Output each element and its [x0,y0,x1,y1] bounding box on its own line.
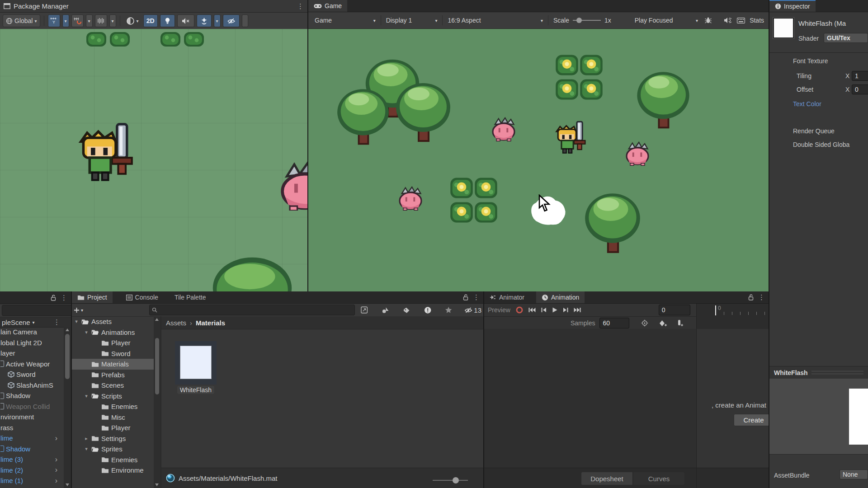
window-menu-icon[interactable]: ⋮ [297,2,304,10]
scrollbar-thumb[interactable] [155,338,159,394]
project-menu-icon[interactable]: ⋮ [473,293,480,301]
folder-tree-scrollbar[interactable] [154,316,160,488]
scroll-up-arrow[interactable] [66,328,69,331]
asset-item[interactable]: WhiteFlash [175,341,217,419]
tab-console[interactable]: Console [121,291,164,303]
game-audio-button[interactable] [721,14,734,26]
hierarchy-item[interactable]: Active Weapor [0,359,64,370]
folder-caret-icon[interactable]: ▾ [84,329,89,335]
dopesheet-tab-button[interactable]: Dopesheet [581,472,633,485]
global-pivot-dropdown[interactable]: Global ▾ [3,14,40,27]
asset-label[interactable]: WhiteFlash [172,386,219,394]
hierarchy-item[interactable]: lime› [0,433,64,444]
effects-caret[interactable]: ▾ [214,14,221,27]
folder-row[interactable]: ▸Settings [72,433,154,444]
display-select-dropdown[interactable]: Display 1 ▾ [382,14,441,26]
folder-row[interactable]: Scenes [72,380,154,391]
first-frame-button[interactable] [528,307,536,313]
scale-slider-thumb[interactable] [576,18,582,23]
expand-chevron-icon[interactable]: › [55,466,57,474]
hierarchy-item[interactable]: layer [0,348,64,359]
grid-magnet-caret[interactable]: ▾ [86,14,93,27]
scroll-down-arrow[interactable] [66,483,69,486]
folder-row[interactable]: ▾Sprites [72,444,154,455]
snap-increment-button[interactable] [95,14,107,27]
scene-menu-icon[interactable]: ⋮ [53,318,60,326]
favorites-star-icon[interactable] [445,306,452,314]
tab-project[interactable]: Project [72,291,113,303]
folder-row[interactable]: ▾Assets [72,316,154,327]
last-frame-button[interactable] [574,307,581,313]
scrollbar-thumb[interactable] [65,334,70,379]
folder-row[interactable]: Sword [72,348,154,359]
shader-dropdown[interactable]: GUI/Tex [824,33,868,43]
next-key-button[interactable] [563,307,568,313]
tab-inspector[interactable]: Inspector [769,0,816,12]
hierarchy-item[interactable]: Weapon Collid [0,401,64,412]
hierarchy-scrollbar[interactable] [64,327,71,488]
folder-row[interactable]: Player [72,422,154,433]
timeline-content-area[interactable]: , create an Animat Create [696,329,769,468]
breadcrumb-root[interactable]: Assets [166,319,186,327]
add-event-icon[interactable] [677,319,684,327]
expand-chevron-icon[interactable]: › [55,455,57,464]
grid-snap-caret[interactable]: ▾ [62,14,69,27]
hierarchy-item[interactable]: Shadow [0,390,64,401]
folder-row[interactable]: Player [72,338,154,348]
game-viewport[interactable] [308,29,769,291]
stats-button[interactable]: Stats [748,14,766,26]
add-keyframe-icon[interactable] [659,320,667,327]
folder-row[interactable]: Prefabs [72,370,154,380]
folder-caret-icon[interactable]: ▾ [84,393,89,399]
folder-row[interactable]: Misc [72,412,154,423]
thumbnail-size-slider[interactable] [433,477,468,483]
visibility-count[interactable]: 13 [464,306,481,314]
clipped-toolbar-button[interactable] [242,14,248,27]
playhead[interactable] [715,305,716,315]
audio-mute-button[interactable] [177,14,194,27]
snap-increment-caret[interactable]: ▾ [109,14,116,27]
scene-visibility-button[interactable] [223,14,240,27]
text-color-field-label[interactable]: Text Color [793,100,821,108]
preview-header[interactable]: WhiteFlash [769,366,868,379]
drag-handle-icon[interactable] [811,371,863,374]
shortcuts-button[interactable] [734,14,748,26]
window-titlebar[interactable]: Package Manager ⋮ [0,0,307,13]
prev-key-button[interactable] [541,307,547,313]
hierarchy-menu-icon[interactable]: ⋮ [61,294,67,302]
scene-lighting-button[interactable] [160,14,175,27]
chevron-down-icon[interactable]: ▾ [33,320,35,325]
unlock-icon[interactable] [748,294,754,300]
samples-field[interactable]: 60 [599,318,629,328]
folder-row[interactable]: Enemies [72,455,154,465]
log-warning-icon[interactable] [424,306,431,314]
hierarchy-item[interactable]: nvironment [0,412,64,422]
project-search-input[interactable] [159,306,352,314]
debug-button[interactable] [702,14,715,26]
mode-2d-button[interactable]: 2D [143,14,158,27]
folder-row[interactable]: ▾Animations [72,327,154,338]
record-button[interactable] [516,306,523,314]
unlock-icon[interactable] [51,295,56,301]
hierarchy-item[interactable]: lain Camera [0,327,64,338]
open-search-window-icon[interactable] [360,306,368,314]
create-asset-button[interactable]: ▾ [74,307,83,313]
scroll-up-arrow[interactable] [155,318,159,321]
scene-header-row[interactable]: pleScene ▾ ⋮ [0,317,71,328]
expand-chevron-icon[interactable]: › [55,477,57,485]
hierarchy-item[interactable]: Sword [0,369,64,380]
grid-magnet-button[interactable] [71,14,84,27]
hierarchy-item[interactable]: rass [0,422,64,433]
scroll-down-arrow[interactable] [155,483,159,486]
aspect-ratio-dropdown[interactable]: 16:9 Aspect ▾ [444,14,547,26]
hierarchy-item[interactable]: lime (2)› [0,465,64,476]
curves-tab-button[interactable]: Curves [633,472,685,485]
hierarchy-item[interactable]: Shadow [0,444,64,455]
folder-caret-icon[interactable]: ▸ [84,436,89,441]
effects-toggle-button[interactable] [197,14,212,27]
hierarchy-search[interactable] [2,305,72,316]
project-search[interactable] [149,305,355,315]
scene-viewport[interactable] [0,29,308,291]
draw-mode-dropdown[interactable]: ▾ [124,14,141,27]
animation-menu-icon[interactable]: ⋮ [758,293,765,301]
